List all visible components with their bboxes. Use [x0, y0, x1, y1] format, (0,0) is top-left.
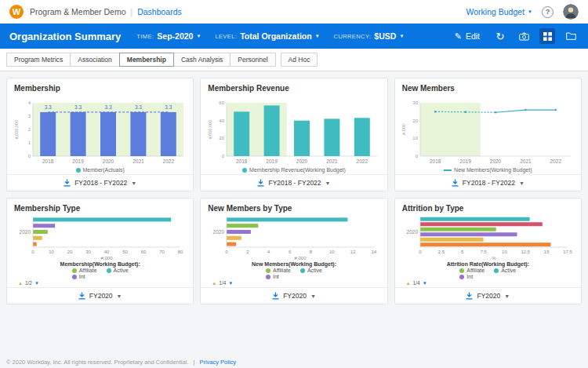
grid-view-button[interactable]: [539, 28, 555, 44]
privacy-policy-link[interactable]: Privacy Policy: [199, 359, 236, 366]
svg-text:6: 6: [289, 250, 292, 254]
legend-item-active: Active: [107, 268, 129, 273]
camera-button[interactable]: [516, 28, 532, 44]
folder-button[interactable]: [563, 28, 579, 44]
download-icon: [272, 292, 279, 300]
svg-text:10: 10: [413, 136, 419, 140]
svg-text:2: 2: [246, 250, 249, 254]
legend-item-member-actuals-: Member(Actuals): [76, 167, 125, 173]
download-icon: [78, 292, 85, 300]
legend-pager: ▲1/4▼: [406, 280, 570, 286]
panel-title: Membership Revenue: [201, 78, 387, 94]
tab-ad-hoc[interactable]: Ad Hoc: [281, 53, 318, 67]
chart-legend: Member(Actuals): [7, 166, 193, 174]
budget-selector-label: Working Budget: [466, 7, 525, 16]
svg-text:2: 2: [27, 127, 31, 132]
legend-page-up-icon[interactable]: ▲: [212, 281, 216, 286]
panel-range-selector[interactable]: FY2018 - FY2022 ▼: [201, 174, 387, 191]
legend-label: Int: [466, 274, 473, 279]
panel-range-label: FY2020: [89, 292, 113, 300]
time-filter[interactable]: TIME:Sep-2020▼: [136, 31, 201, 41]
legend-dot-marker: [266, 275, 270, 279]
legend-dot-marker: [242, 168, 247, 173]
panel-range-selector[interactable]: FY2018 - FY2022 ▼: [7, 174, 193, 191]
legend-dot-marker: [72, 275, 77, 279]
download-icon: [452, 179, 459, 187]
panel-range-selector[interactable]: FY2020 ▼: [201, 287, 387, 304]
budget-selector[interactable]: Working Budget ▼: [466, 7, 532, 16]
legend-title: Membership(Working Budget):: [18, 261, 182, 267]
legend-item-new-members-working-budget-: New Members(Working Budget): [444, 167, 532, 173]
svg-text:#,000: #,000: [401, 124, 406, 135]
edit-button-label: Edit: [466, 31, 480, 41]
svg-text:10: 10: [502, 250, 507, 254]
svg-text:10: 10: [49, 250, 54, 254]
header-actions: ✎ Edit ↻: [455, 28, 579, 44]
folder-icon: [566, 32, 576, 40]
chevron-down-icon: ▼: [528, 9, 532, 14]
legend-dot-marker: [266, 268, 270, 273]
tab-personnel[interactable]: Personnel: [230, 53, 275, 67]
svg-text:1: 1: [27, 140, 31, 145]
legend-item-active: Active: [494, 268, 516, 273]
chevron-down-icon: ▼: [196, 34, 201, 38]
chevron-down-icon: ▼: [399, 34, 404, 38]
edit-button[interactable]: ✎ Edit: [455, 31, 480, 42]
help-icon[interactable]: ?: [542, 6, 554, 18]
svg-text:2021: 2021: [132, 158, 144, 164]
svg-text:5: 5: [461, 250, 464, 254]
legend-dot-marker: [107, 268, 111, 273]
legend-dot-marker: [494, 268, 499, 273]
svg-text:12: 12: [350, 250, 356, 254]
dashboards-link[interactable]: Dashboards: [137, 7, 182, 16]
chevron-down-icon: ▼: [325, 180, 331, 186]
level-filter[interactable]: LEVEL:Total Organization▼: [215, 31, 319, 41]
topbar-divider: |: [131, 8, 133, 16]
avatar[interactable]: [563, 4, 579, 20]
panel-range-selector[interactable]: FY2020 ▼: [7, 287, 193, 304]
svg-text:20: 20: [219, 136, 224, 140]
legend-page-indicator: 1/4: [413, 280, 420, 286]
svg-text:80: 80: [177, 250, 183, 254]
legend-dot-marker: [459, 275, 464, 279]
svg-text:60: 60: [140, 250, 146, 254]
tab-association[interactable]: Association: [70, 53, 119, 67]
svg-text:2018: 2018: [42, 158, 54, 164]
svg-text:2021: 2021: [326, 158, 338, 164]
legend-label: Active: [501, 268, 516, 273]
chevron-down-icon: ▼: [504, 293, 510, 299]
legend-page-down-icon[interactable]: ▼: [228, 281, 233, 286]
panel-range-selector[interactable]: FY2020 ▼: [395, 287, 581, 304]
svg-text:#,000,000: #,000,000: [14, 120, 19, 139]
svg-text:2020: 2020: [213, 229, 225, 235]
svg-text:2019: 2019: [266, 158, 278, 164]
svg-text:8: 8: [310, 250, 313, 254]
legend-label: Int: [79, 274, 85, 279]
legend-page-up-icon[interactable]: ▲: [18, 281, 23, 286]
svg-text:20: 20: [413, 118, 419, 123]
page-footer: © 2020 Workday, Inc. All rights reserved…: [0, 355, 588, 368]
panel-title: New Members by Type: [201, 199, 387, 214]
tab-membership[interactable]: Membership: [119, 53, 174, 67]
chart-canvas: 01234#,000,000201820192020202120223.33.3…: [7, 94, 193, 166]
filter-value: Total Organization: [240, 31, 311, 41]
currency-filter[interactable]: CURRENCY:$USD▼: [334, 31, 405, 41]
panel-title: Membership: [7, 78, 193, 94]
tab-program-metrics[interactable]: Program Metrics: [6, 53, 71, 67]
svg-text:0: 0: [31, 250, 34, 254]
legend-page-down-icon[interactable]: ▼: [423, 281, 427, 286]
svg-text:4: 4: [267, 250, 270, 254]
workday-logo[interactable]: W: [9, 5, 24, 19]
svg-text:0: 0: [225, 250, 228, 254]
legend-page-up-icon[interactable]: ▲: [406, 281, 411, 286]
refresh-button[interactable]: ↻: [492, 28, 508, 44]
legend-label: Affiliate: [273, 268, 291, 273]
legend-page-down-icon[interactable]: ▼: [34, 281, 39, 286]
legend-line-marker: [444, 169, 452, 171]
legend-label: Affiliate: [466, 268, 485, 273]
legend-item-affiliate: Affiliate: [266, 268, 291, 273]
tab-cash-analysis[interactable]: Cash Analysis: [173, 53, 230, 67]
panel-range-selector[interactable]: FY2018 - FY2022 ▼: [395, 174, 581, 191]
header-filters: TIME:Sep-2020▼LEVEL:Total Organization▼C…: [136, 31, 438, 41]
svg-text:10: 10: [329, 250, 335, 254]
